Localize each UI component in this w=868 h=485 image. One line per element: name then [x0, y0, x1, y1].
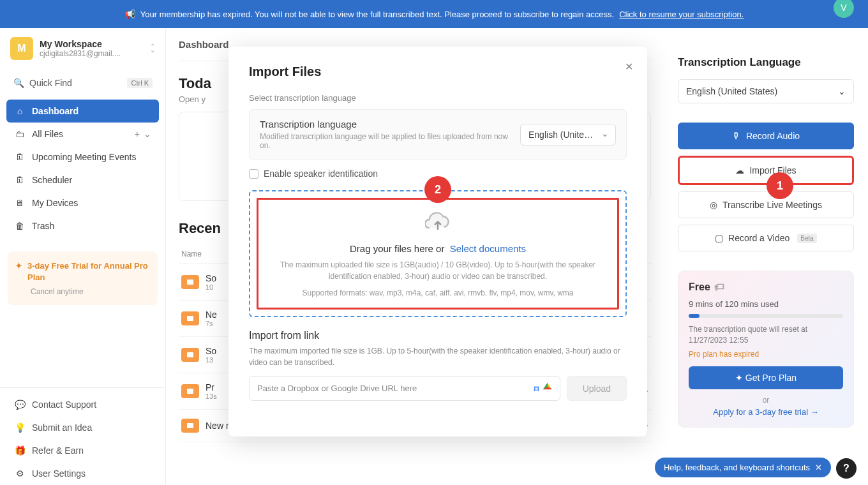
chevron-down-icon[interactable]: ⌄: [144, 129, 151, 139]
language-select[interactable]: English (United States) ⌄: [678, 79, 854, 103]
import-files-button[interactable]: ☁Import Files: [678, 156, 854, 185]
calendar-icon: 🗓: [14, 152, 26, 162]
help-pill[interactable]: Help, feedback, and keyboard shortcuts ✕: [655, 458, 831, 477]
language-block: Transcription language Modified transcri…: [249, 109, 627, 160]
close-icon[interactable]: ✕: [815, 463, 822, 472]
usage-card: Free🏷 9 mins of 120 mins used The transc…: [678, 271, 854, 428]
sidebar-item-upcoming[interactable]: 🗓 Upcoming Meeting Events: [6, 146, 159, 168]
apply-trial-link[interactable]: Apply for a 3-day free trial →: [713, 407, 818, 417]
right-panel-title: Transcription Language: [678, 56, 854, 69]
footer-refer-earn[interactable]: 🎁Refer & Earn: [6, 439, 159, 462]
sidebar-item-label: Trash: [32, 221, 54, 231]
modal-language-select[interactable]: English (United S...: [520, 124, 616, 146]
record-audio-button[interactable]: 🎙Record Audio: [678, 123, 854, 149]
usage-progress: [689, 314, 843, 318]
sidebar-item-dashboard[interactable]: ⌂ Dashboard: [6, 100, 159, 123]
sidebar-item-trash[interactable]: 🗑 Trash: [6, 214, 159, 237]
sidebar-item-scheduler[interactable]: 🗓 Scheduler: [6, 168, 159, 191]
chat-icon: 💬: [14, 399, 26, 410]
sidebar-item-label: My Devices: [32, 198, 78, 208]
video-thumb-icon: [181, 419, 199, 433]
broadcast-icon: ◎: [710, 200, 717, 210]
gear-icon: ⚙: [14, 468, 26, 479]
workspace-email: cjdigitals2831@gmail....: [40, 49, 144, 58]
google-drive-icon: [543, 383, 552, 391]
quick-find-label: Quick Find: [29, 78, 72, 88]
workspace-switcher[interactable]: M My Workspace cjdigitals2831@gmail.... …: [0, 28, 165, 69]
import-link-desc: The maximum imported file size is 1GB. U…: [249, 345, 627, 368]
workspace-avatar: M: [10, 37, 33, 60]
video-thumb-icon: [181, 311, 199, 325]
usage-text: 9 mins of 120 mins used: [689, 299, 843, 309]
import-link-title: Import from link: [249, 330, 627, 341]
url-placeholder: Paste a Dropbox or Google Drive URL here: [257, 384, 417, 393]
device-icon: 🖥: [14, 198, 26, 208]
sparkle-icon: ✦: [15, 260, 22, 283]
select-documents-link[interactable]: Select documents: [450, 243, 526, 254]
sidebar-item-label: Scheduler: [32, 175, 72, 185]
bulb-icon: 💡: [14, 422, 26, 433]
sidebar: M My Workspace cjdigitals2831@gmail.... …: [0, 28, 166, 485]
upload-button[interactable]: Upload: [567, 376, 627, 401]
sidebar-item-label: Dashboard: [32, 106, 79, 116]
get-pro-button[interactable]: ✦ Get Pro Plan: [689, 366, 843, 389]
trial-subtext: Cancel anytime: [31, 287, 150, 296]
mic-icon: 🎙: [732, 131, 741, 141]
transcribe-live-button[interactable]: ◎Transcribe Live Meetings: [678, 191, 854, 218]
plus-icon[interactable]: +: [135, 129, 140, 139]
modal-title: Import Files: [249, 64, 627, 79]
trash-icon: 🗑: [14, 221, 26, 231]
video-thumb-icon: [181, 348, 199, 362]
dropzone[interactable]: 2 Drag your files here or Select documen…: [249, 190, 627, 317]
import-files-modal: Import Files ✕ Select transcription lang…: [228, 47, 647, 436]
chevron-updown-icon: ⌃⌄: [150, 45, 155, 52]
sidebar-item-label: Upcoming Meeting Events: [32, 152, 136, 162]
tag-icon: 🏷: [714, 281, 724, 293]
modal-sublabel: Select transcription language: [249, 93, 627, 103]
video-icon: ▢: [715, 233, 723, 243]
record-video-button[interactable]: ▢Record a VideoBeta: [678, 225, 854, 251]
annotation-marker-1: 1: [767, 172, 793, 199]
banner-text: Your membership has expired. You will no…: [140, 10, 614, 19]
sidebar-item-devices[interactable]: 🖥 My Devices: [6, 191, 159, 214]
video-thumb-icon: [181, 275, 199, 289]
home-icon: ⌂: [14, 106, 26, 116]
help-button[interactable]: ?: [836, 458, 857, 479]
resume-subscription-link[interactable]: Click to resume your subscription.: [619, 10, 744, 19]
expired-warning: Pro plan has expired: [689, 350, 843, 359]
folder-icon: 🗀: [14, 129, 26, 139]
dropbox-icon: ⧈: [534, 383, 539, 394]
sidebar-item-all-files[interactable]: 🗀 All Files +⌄: [6, 123, 159, 146]
close-icon[interactable]: ✕: [625, 61, 633, 73]
sidebar-item-label: All Files: [32, 129, 63, 139]
video-thumb-icon: [181, 384, 199, 398]
import-url-input[interactable]: Paste a Dropbox or Google Drive URL here…: [249, 376, 560, 401]
quick-find[interactable]: 🔍 Quick Find Ctrl K: [6, 73, 159, 93]
footer-submit-idea[interactable]: 💡Submit an Idea: [6, 416, 159, 439]
megaphone-icon: 📢: [124, 9, 135, 19]
search-icon: 🔍: [13, 78, 24, 88]
chevron-down-icon: ⌄: [838, 86, 846, 96]
checkbox-icon: [249, 169, 258, 179]
schedule-icon: 🗓: [14, 175, 26, 185]
trial-card[interactable]: ✦3-day Free Trial for Annual Pro Plan Ca…: [8, 251, 158, 305]
footer-contact-support[interactable]: 💬Contact Support: [6, 393, 159, 416]
gift-icon: 🎁: [14, 445, 26, 456]
expired-banner: 📢 Your membership has expired. You will …: [0, 0, 868, 28]
upload-cloud-icon: [264, 211, 612, 237]
annotation-marker-2: 2: [424, 176, 451, 203]
workspace-name: My Workspace: [40, 39, 144, 49]
upload-cloud-icon: ☁: [735, 165, 744, 175]
footer-user-settings[interactable]: ⚙User Settings: [6, 462, 159, 485]
